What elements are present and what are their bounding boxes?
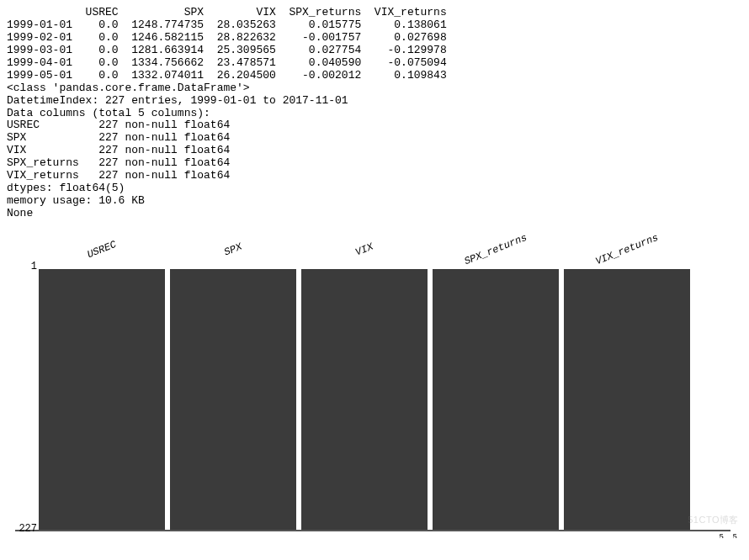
info-memory: memory usage: 10.6 KB <box>7 194 145 207</box>
y-tick-bottom: 227 <box>12 523 37 535</box>
table-header-row: USREC SPX VIX SPX_returns VIX_returns <box>7 6 447 18</box>
right-tick: 5 <box>720 533 724 538</box>
table-row: 1999-02-01 0.0 1246.582115 28.822632 -0.… <box>7 31 447 44</box>
table-row: 1999-05-01 0.0 1332.074011 26.204500 -0.… <box>7 69 447 82</box>
bar-col: VIX <box>301 269 428 530</box>
bar-col: USREC <box>39 269 165 530</box>
watermark: 51CTO博客 <box>688 514 739 526</box>
console-output: USREC SPX VIX SPX_returns VIX_returns 19… <box>7 7 742 220</box>
table-row: 1999-01-01 0.0 1248.774735 28.035263 0.0… <box>7 18 447 31</box>
info-cols-header: Data columns (total 5 columns): <box>7 107 210 119</box>
bar-label: VIX <box>353 240 374 258</box>
bar-col: SPX <box>170 269 296 530</box>
bar <box>39 269 165 530</box>
non-null-bar-chart: 1 227 USREC SPX VIX SPX_returns VIX_retu… <box>15 235 730 531</box>
info-dtypes: dtypes: float64(5) <box>7 182 125 194</box>
bar <box>301 269 428 530</box>
bar-label: USREC <box>86 239 119 261</box>
bar-col: SPX_returns <box>433 269 559 530</box>
bar <box>564 269 690 530</box>
info-none: None <box>7 207 33 219</box>
info-col: SPX 227 non-null float64 <box>7 131 230 144</box>
bar-label: SPX <box>222 240 243 258</box>
table-row: 1999-03-01 0.0 1281.663914 25.309565 0.0… <box>7 44 447 56</box>
info-col: USREC 227 non-null float64 <box>7 119 230 131</box>
right-tick: 5 <box>733 533 737 538</box>
bar-label: VIX_returns <box>594 232 661 268</box>
y-tick-top: 1 <box>12 261 37 272</box>
info-col: VIX 227 non-null float64 <box>7 144 230 156</box>
info-class: <class 'pandas.core.frame.DataFrame'> <box>7 82 250 94</box>
bar-col: VIX_returns <box>564 269 690 530</box>
bar-label: SPX_returns <box>463 232 529 268</box>
bar <box>170 269 296 530</box>
info-col: SPX_returns 227 non-null float64 <box>7 156 230 169</box>
table-row: 1999-04-01 0.0 1334.756662 23.478571 0.0… <box>7 56 447 69</box>
bar <box>433 269 559 530</box>
info-col: VIX_returns 227 non-null float64 <box>7 169 230 182</box>
info-index: DatetimeIndex: 227 entries, 1999-01-01 t… <box>7 94 348 107</box>
bars-container: USREC SPX VIX SPX_returns VIX_returns <box>15 269 730 531</box>
